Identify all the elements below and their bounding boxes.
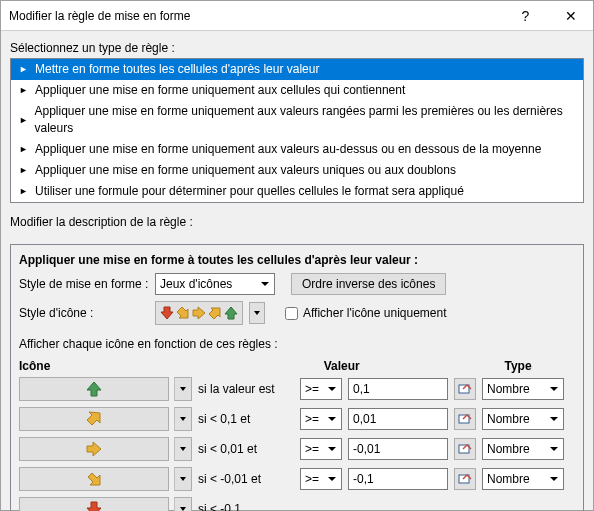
type-select[interactable]: Nombre [482, 408, 564, 430]
condition-text: si < 0,01 et [198, 442, 294, 456]
bullet-icon: ► [19, 112, 29, 129]
rule-type-label: Sélectionnez un type de règle : [10, 41, 584, 55]
type-select[interactable]: Nombre [482, 378, 564, 400]
icon-only-input[interactable] [285, 307, 298, 320]
red-down-icon [86, 501, 102, 511]
rule-type-item[interactable]: ►Appliquer une mise en forme uniquement … [11, 160, 583, 181]
format-style-select[interactable]: Jeux d'icônes [155, 273, 275, 295]
cell-ref-icon [458, 412, 472, 426]
dialog-title: Modifier la règle de mise en forme [9, 9, 503, 23]
condition-text: si < -0,01 et [198, 472, 294, 486]
help-button[interactable]: ? [503, 1, 548, 30]
condition-text: si < 0,1 et [198, 412, 294, 426]
bullet-icon: ► [19, 61, 29, 78]
green-up-icon [224, 306, 238, 320]
cell-ref-icon [458, 442, 472, 456]
icon-picker[interactable] [19, 467, 169, 491]
icon-picker[interactable] [19, 497, 169, 511]
cell-ref-button[interactable] [454, 408, 476, 430]
format-style-label: Style de mise en forme : [19, 277, 149, 291]
yellow-right-icon [192, 306, 206, 320]
cell-ref-button[interactable] [454, 438, 476, 460]
rule-type-item[interactable]: ►Mettre en forme toutes les cellules d'a… [11, 59, 583, 80]
icon-picker[interactable] [19, 437, 169, 461]
icon-only-checkbox[interactable]: Afficher l'icône uniquement [285, 306, 447, 320]
condition-text: si < -0,1 [198, 502, 294, 511]
table-header: Icône Valeur Type [19, 359, 575, 373]
bullet-icon: ► [19, 82, 29, 99]
icon-rule-row: si < 0,1 et >= Nombre [19, 407, 575, 431]
value-input[interactable] [348, 378, 448, 400]
bullet-icon: ► [19, 162, 29, 179]
rule-type-item[interactable]: ►Appliquer une mise en forme uniquement … [11, 80, 583, 101]
dialog: Modifier la règle de mise en forme ? ✕ S… [0, 0, 594, 511]
desc-title: Appliquer une mise en forme à toutes les… [19, 253, 575, 267]
condition-text: si la valeur est [198, 382, 294, 396]
icon-rule-row: si < -0,01 et >= Nombre [19, 467, 575, 491]
rule-type-item[interactable]: ►Utiliser une formule pour déterminer po… [11, 181, 583, 202]
bullet-icon: ► [19, 141, 29, 158]
icon-rule-row: si < -0,1 [19, 497, 575, 511]
icon-picker-dropdown[interactable] [174, 467, 192, 491]
cell-ref-icon [458, 472, 472, 486]
operator-select[interactable]: >= [300, 468, 342, 490]
icon-picker-dropdown[interactable] [174, 377, 192, 401]
yellow-upright-icon [86, 411, 102, 427]
icon-picker-dropdown[interactable] [174, 497, 192, 511]
titlebar: Modifier la règle de mise en forme ? ✕ [1, 1, 593, 31]
icon-picker[interactable] [19, 377, 169, 401]
rule-desc-label: Modifier la description de la règle : [10, 215, 584, 229]
yellow-downright-icon [86, 471, 102, 487]
icon-style-label: Style d'icône : [19, 306, 149, 320]
rule-desc-panel: Appliquer une mise en forme à toutes les… [10, 244, 584, 511]
rule-type-item[interactable]: ►Appliquer une mise en forme uniquement … [11, 101, 583, 139]
icon-rule-row: si la valeur est >= Nombre [19, 377, 575, 401]
icon-picker-dropdown[interactable] [174, 437, 192, 461]
operator-select[interactable]: >= [300, 408, 342, 430]
rule-type-item[interactable]: ►Appliquer une mise en forme uniquement … [11, 139, 583, 160]
close-button[interactable]: ✕ [548, 1, 593, 30]
yellow-downright-icon [176, 306, 190, 320]
icon-picker-dropdown[interactable] [174, 407, 192, 431]
type-select[interactable]: Nombre [482, 438, 564, 460]
icon-style-select[interactable] [155, 301, 243, 325]
cell-ref-icon [458, 382, 472, 396]
reverse-order-button[interactable]: Ordre inverse des icônes [291, 273, 446, 295]
value-input[interactable] [348, 468, 448, 490]
icon-rule-row: si < 0,01 et >= Nombre [19, 437, 575, 461]
rule-type-list[interactable]: ►Mettre en forme toutes les cellules d'a… [10, 58, 584, 203]
dialog-body: Sélectionnez un type de règle : ►Mettre … [1, 31, 593, 511]
rules-caption: Afficher chaque icône en fonction de ces… [19, 337, 575, 351]
icon-style-dropdown[interactable] [249, 302, 265, 324]
cell-ref-button[interactable] [454, 378, 476, 400]
operator-select[interactable]: >= [300, 378, 342, 400]
yellow-upright-icon [208, 306, 222, 320]
value-input[interactable] [348, 408, 448, 430]
yellow-right-icon [86, 441, 102, 457]
bullet-icon: ► [19, 183, 29, 200]
red-down-icon [160, 306, 174, 320]
green-up-icon [86, 381, 102, 397]
icon-rules-table: Icône Valeur Type si la valeur est >= No… [19, 359, 575, 511]
cell-ref-button[interactable] [454, 468, 476, 490]
operator-select[interactable]: >= [300, 438, 342, 460]
value-input[interactable] [348, 438, 448, 460]
type-select[interactable]: Nombre [482, 468, 564, 490]
icon-picker[interactable] [19, 407, 169, 431]
